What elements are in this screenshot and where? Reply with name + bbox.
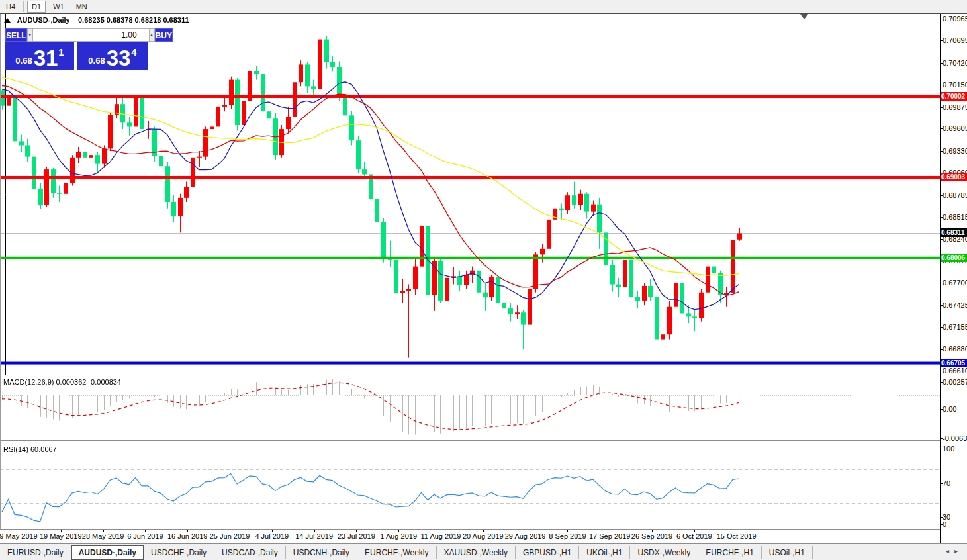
date-tick-label: 6 Jun 2019 [127,532,163,540]
symbol-tab-bar: EURUSD-,DailyAUDUSD-,DailyUSDCHF-,DailyU… [0,543,967,560]
trading-terminal-window: H4D1W1MN AUDUSD-,Daily 0.68235 0.68378 0… [0,0,967,560]
price-tick-label: 0.69605 [943,124,967,132]
date-tick-label: 17 Sep 2019 [589,532,630,540]
macd-axis-zero: 0.00 [943,405,956,413]
date-tick-label: 15 Oct 2019 [717,532,757,540]
price-tick-label: 0.67425 [943,301,967,309]
sell-button[interactable]: SELL [5,28,27,42]
price-tick-label: 0.70695 [943,36,967,44]
chart-left-border [0,14,1,543]
rsi-value: 60.0067 [30,445,57,453]
one-click-trading-panel: SELL ▼ ▲ BUY 0.68 31 1 0.68 33 4 [5,28,148,70]
date-tick-label: 6 Oct 2019 [676,532,712,540]
rsi-pane-splitter[interactable] [0,443,967,443]
tab-eurchf-h1[interactable]: EURCHF-,H1 [698,546,762,559]
collapse-triangle-icon[interactable] [4,18,11,23]
macd-pane-bottom-border [0,440,967,441]
macd-value: 0.000362 [56,378,86,386]
tab-scroll-left-icon[interactable]: ◂ [946,547,954,555]
sell-price-prefix: 0.68 [15,56,32,66]
rsi-indicator-label: RSI(14) 60.0067 [3,445,57,453]
support-line-price-tag: 0.66705 [941,359,967,367]
tab-usdx-weekly[interactable]: USDX-,Weekly [630,546,698,559]
date-tick-label: 14 Jul 2019 [295,532,333,540]
date-tick-label: 19 May 2019 [40,532,82,540]
date-tick-label: 9 May 2019 [0,532,38,540]
price-tick-label: 0.70965 [943,15,967,23]
tab-xauusd-weekly[interactable]: XAUUSD-,Weekly [437,546,516,559]
tab-usdcnh-daily[interactable]: USDCNH-,Daily [286,546,357,559]
date-tick-label: 8 Sep 2019 [549,532,586,540]
date-tick-label: 11 Aug 2019 [421,532,461,540]
sell-price-pipette: 1 [58,46,64,58]
buy-button[interactable]: BUY [155,28,173,42]
price-tick-label: 0.66880 [943,345,967,353]
volume-increase-button[interactable]: ▲ [149,28,155,42]
volume-input[interactable] [33,28,149,42]
symbol-period-label: AUDUSD-,Daily [17,16,70,24]
price-tick-label: 0.69875 [943,103,967,111]
rsi-axis-label: 70 [943,479,950,487]
tab-scroll-right-icon[interactable]: ▸ [954,547,963,555]
price-axis[interactable]: 0.709650.706950.704200.701500.698750.696… [941,14,967,543]
support-line-price-tag: 0.68006 [941,254,967,262]
price-tick-label: 0.70150 [943,81,967,89]
price-tick-label: 0.66610 [943,367,967,375]
tab-usdchf-daily[interactable]: USDCHF-,Daily [144,546,214,559]
tab-ukoil-h1[interactable]: UKOil-,H1 [579,546,630,559]
resistance-line-price-tag: 0.70002 [941,92,967,101]
date-tick-label: 23 Jul 2019 [338,532,375,540]
date-axis[interactable]: 9 May 201919 May 201928 May 20196 Jun 20… [0,530,940,543]
macd-axis-max: 0.002574 [943,378,967,386]
ohlc-values: 0.68235 0.68378 0.68218 0.68311 [78,16,189,24]
date-tick-label: 29 Aug 2019 [505,532,546,540]
macd-signal-value: -0.000834 [88,378,121,386]
chart-title: AUDUSD-,Daily 0.68235 0.68378 0.68218 0.… [4,16,189,24]
chart-plot-area[interactable] [0,0,940,543]
tab-scroll-arrows: ◂▸ [946,547,963,555]
price-tick-label: 0.69330 [943,147,967,155]
date-tick-label: 16 Jun 2019 [167,532,208,540]
date-tick-label: 4 Jul 2019 [255,532,289,540]
tab-usdcad-daily[interactable]: USDCAD-,Daily [214,546,286,559]
price-tick-label: 0.68785 [943,191,967,199]
date-tick-label: 20 Aug 2019 [463,532,504,540]
date-tick-label: 28 May 2019 [82,532,124,540]
last-price-price-tag: 0.68311 [941,228,967,237]
date-tick-label: 1 Aug 2019 [380,532,417,540]
price-tick-label: 0.68515 [943,213,967,221]
price-tick-label: 0.67700 [943,279,967,287]
buy-price-prefix: 0.68 [88,56,105,66]
rsi-axis-label: 100 [943,445,954,453]
price-tick-label: 0.67155 [943,323,967,331]
date-tick-label: 25 Jun 2019 [210,532,250,540]
macd-axis-min: -0.006326 [943,434,967,442]
tab-gbpusd-h1[interactable]: GBPUSD-,H1 [516,546,579,559]
price-tick-label: 0.70420 [943,59,967,67]
buy-price-display[interactable]: 0.68 33 4 [77,42,148,70]
buy-price-pips: 33 [107,48,131,68]
volume-decrease-button[interactable]: ▼ [27,28,33,42]
macd-pane-splitter[interactable] [0,375,967,375]
chart-shift-marker-icon[interactable] [800,14,808,19]
tab-audusd-daily[interactable]: AUDUSD-,Daily [71,545,144,560]
sell-price-pips: 31 [34,48,58,68]
tab-eurusd-daily[interactable]: EURUSD-,Daily [0,546,71,559]
tab-usoil-h1[interactable]: USOil-,H1 [762,546,813,559]
macd-indicator-label: MACD(12,26,9) 0.000362 -0.000834 [3,378,121,386]
sell-price-display[interactable]: 0.68 31 1 [5,42,74,70]
tab-eurchf-weekly[interactable]: EURCHF-,Weekly [357,546,436,559]
buy-price-pipette: 4 [131,46,136,58]
date-tick-label: 26 Sep 2019 [631,532,672,540]
rsi-axis-label: 0 [943,520,946,528]
resistance-line-price-tag: 0.69003 [941,173,967,181]
